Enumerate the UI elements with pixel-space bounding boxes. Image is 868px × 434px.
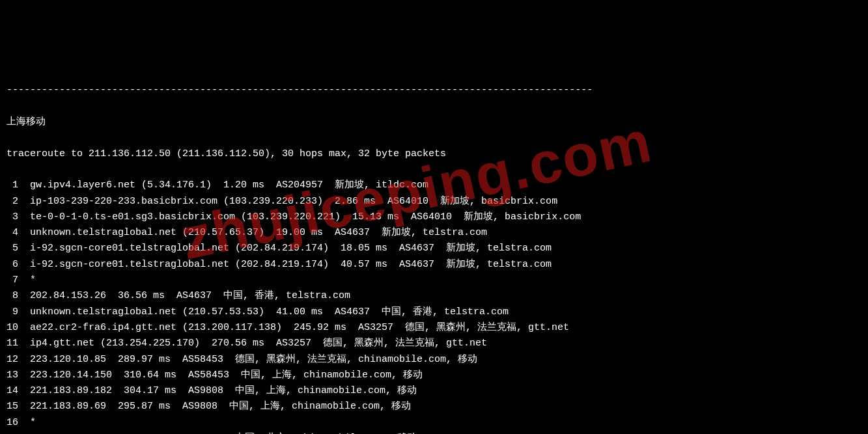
hop-detail: unknown.telstraglobal.net (210.57.65.37)… — [18, 227, 487, 238]
hop-detail: te-0-0-1-0.ts-e01.sg3.basicbrix.com (103… — [18, 211, 581, 223]
hop-line: 6 i-92.sgcn-core01.telstraglobal.net (20… — [7, 257, 861, 273]
hops-list: 1 gw.ipv4.layer6.net (5.34.176.1) 1.20 m… — [7, 178, 861, 434]
hop-line: 9 unknown.telstraglobal.net (210.57.53.5… — [7, 305, 861, 320]
traceroute-title: 上海移动 — [7, 115, 861, 130]
hop-number: 9 — [7, 305, 18, 320]
hop-detail: 221.183.89.182 304.17 ms AS9808 中国, 上海, … — [18, 385, 417, 396]
terminal-output: ----------------------------------------… — [7, 67, 861, 434]
hop-number: 3 — [7, 210, 18, 225]
traceroute-header: traceroute to 211.136.112.50 (211.136.11… — [7, 146, 861, 162]
hop-line: 3 te-0-0-1-0.ts-e01.sg3.basicbrix.com (1… — [7, 210, 861, 225]
hop-detail: * — [18, 275, 36, 286]
hop-number: 1 — [7, 178, 18, 193]
hop-detail: ae22.cr2-fra6.ip4.gtt.net (213.200.117.1… — [18, 322, 569, 333]
hop-number: 5 — [7, 241, 18, 256]
hop-number: 16 — [7, 415, 18, 431]
hop-line: 14 221.183.89.182 304.17 ms AS9808 中国, 上… — [7, 383, 861, 399]
hop-number: 8 — [7, 288, 18, 304]
hop-number: 11 — [7, 336, 18, 351]
hop-line: 10 ae22.cr2-fra6.ip4.gtt.net (213.200.11… — [7, 320, 861, 336]
hop-line: 12 223.120.10.85 289.97 ms AS58453 德国, 黑… — [7, 352, 861, 368]
hop-number: 4 — [7, 225, 18, 241]
hop-detail: gw.ipv4.layer6.net (5.34.176.1) 1.20 ms … — [18, 180, 428, 191]
hop-number: 10 — [7, 320, 18, 336]
hop-line: 13 223.120.14.150 310.64 ms AS58453 中国, … — [7, 368, 861, 383]
hop-detail: ip4.gtt.net (213.254.225.170) 270.56 ms … — [18, 338, 487, 349]
separator-line: ----------------------------------------… — [7, 83, 861, 98]
hop-detail: 202.84.153.26 36.56 ms AS4637 中国, 香港, te… — [18, 290, 350, 301]
hop-number: 7 — [7, 273, 18, 288]
hop-detail: 221.183.89.69 295.87 ms AS9808 中国, 上海, c… — [18, 401, 411, 412]
hop-number: 12 — [7, 352, 18, 368]
hop-line: 2 ip-103-239-220-233.basicbrix.com (103.… — [7, 194, 861, 210]
hop-line: 8 202.84.153.26 36.56 ms AS4637 中国, 香港, … — [7, 288, 861, 304]
hop-number: 14 — [7, 383, 18, 399]
hop-number: 6 — [7, 257, 18, 273]
hop-line: 16 * — [7, 415, 861, 431]
hop-detail: i-92.sgcn-core01.telstraglobal.net (202.… — [18, 243, 552, 254]
hop-line: 11 ip4.gtt.net (213.254.225.170) 270.56 … — [7, 336, 861, 351]
hop-line: 7 * — [7, 273, 861, 288]
hop-line: 1 gw.ipv4.layer6.net (5.34.176.1) 1.20 m… — [7, 178, 861, 193]
hop-number: 2 — [7, 194, 18, 210]
hop-line: 15 221.183.89.69 295.87 ms AS9808 中国, 上海… — [7, 399, 861, 414]
hop-number: 15 — [7, 399, 18, 414]
hop-number: 13 — [7, 368, 18, 383]
hop-line: 5 i-92.sgcn-core01.telstraglobal.net (20… — [7, 241, 861, 256]
hop-detail: unknown.telstraglobal.net (210.57.53.53)… — [18, 306, 509, 318]
hop-detail: * — [18, 417, 36, 428]
hop-line: 17 221.183.37.217 317.90 ms AS9808 中国, 北… — [7, 431, 861, 434]
hop-number: 17 — [7, 431, 18, 434]
hop-line: 4 unknown.telstraglobal.net (210.57.65.3… — [7, 225, 861, 241]
hop-detail: 223.120.14.150 310.64 ms AS58453 中国, 上海,… — [18, 370, 423, 381]
hop-detail: 223.120.10.85 289.97 ms AS58453 德国, 黑森州,… — [18, 354, 477, 365]
hop-detail: ip-103-239-220-233.basicbrix.com (103.23… — [18, 196, 557, 207]
hop-detail: i-92.sgcn-core01.telstraglobal.net (202.… — [18, 259, 552, 270]
